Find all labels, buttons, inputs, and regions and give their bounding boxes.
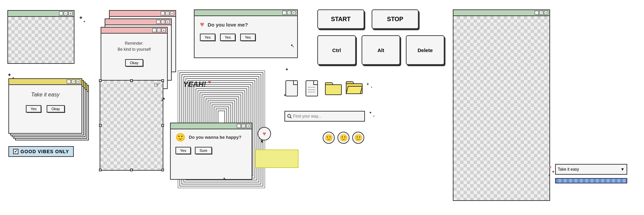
cursor-arrow-sure: ↖ (223, 176, 227, 181)
win-btn-close2[interactable]: × (166, 20, 170, 24)
win-btn-close[interactable]: × (68, 11, 72, 15)
win-btn-love-min[interactable]: _ (282, 11, 286, 15)
take-easy-dropdown[interactable]: Take it easy ▼ (555, 164, 627, 175)
take-easy-okay-btn[interactable]: Okay (47, 105, 65, 113)
smiley-1: 🙂 (323, 132, 335, 144)
svg-point-28 (288, 115, 291, 118)
key-delete[interactable]: Delete (406, 35, 444, 65)
win-btn-right-min[interactable]: _ (535, 11, 539, 15)
handle-bl[interactable] (99, 169, 102, 171)
take-easy-text: Take it easy (14, 92, 76, 98)
win-btn-max[interactable]: □ (165, 11, 169, 15)
win-btn-right-close[interactable]: × (544, 11, 548, 15)
take-easy-window: _ □ × Take it easy Yes Okay (8, 78, 82, 134)
checkbox-good-vibes[interactable]: ✓ (13, 149, 18, 154)
smiley-3: 🙂 (352, 132, 364, 144)
sparkle-dropdown-2: ✦ (548, 174, 550, 176)
handle-mr[interactable] (161, 124, 164, 127)
key-start-label: START (331, 16, 351, 23)
key-ctrl-label: Ctrl (332, 47, 341, 53)
sparkle-files-3: ✦ (366, 82, 369, 86)
win-btn-minimize[interactable]: _ (59, 11, 63, 15)
sparkle-center-1: ✦ (285, 67, 288, 72)
selection-checker-content (100, 81, 163, 170)
love-question: Do you love me? (208, 22, 248, 28)
dropdown-arrow-icon: ▼ (621, 167, 625, 172)
sparkle-dropdown-1: ✦ (552, 170, 554, 174)
win-btn-maximize[interactable]: □ (64, 11, 68, 15)
good-vibes-checkbox-container: ✓ GOOD VIBES ONLY (8, 146, 74, 157)
win-btn-happy-min[interactable]: _ (237, 124, 241, 128)
file-blank-icon (285, 80, 300, 99)
take-easy-yes-btn[interactable]: Yes (26, 105, 41, 113)
handle-tr[interactable] (161, 79, 164, 82)
tl-take-easy: _ □ × (9, 79, 82, 85)
smiley-icon-happy: 🙂 (175, 133, 185, 142)
reminder-line2: Be kind to yourself (107, 46, 162, 52)
titlebar-love: _ □ × (195, 10, 297, 16)
reminder-okay-button[interactable]: Okay (125, 59, 143, 67)
heart-icon-love: ♥ (200, 20, 204, 29)
win-btn-max3[interactable]: □ (157, 28, 161, 32)
win-btn-right-max[interactable]: □ (539, 11, 543, 15)
checker-window-topleft: _ □ × (7, 10, 74, 64)
like-bubble: ♥ (258, 127, 271, 140)
love-btn-yes2[interactable]: Yes (220, 34, 235, 41)
search-bar[interactable] (284, 111, 365, 122)
dropdown-value: Take it easy (558, 167, 579, 172)
handle-tm[interactable] (130, 79, 133, 82)
svg-rect-26 (325, 85, 341, 95)
happy-content: 🙂 Do you wanna be happy? Yes Sure (171, 129, 252, 158)
key-stop[interactable]: STOP (372, 9, 419, 29)
win-btn-min3[interactable]: _ (152, 28, 156, 32)
love-btn-yes3[interactable]: Yes (240, 34, 256, 41)
love-window: _ □ × ♥ Do you love me? Yes Yes Yes (194, 9, 298, 58)
svg-line-29 (290, 117, 292, 119)
win-btn-happy-close[interactable]: × (246, 124, 250, 128)
key-ctrl[interactable]: Ctrl (317, 35, 356, 65)
love-content: ♥ Do you love me? Yes Yes Yes (195, 16, 297, 45)
svg-rect-22 (306, 81, 318, 96)
win-btn-close[interactable]: × (170, 11, 174, 15)
key-stop-label: STOP (387, 16, 404, 23)
titlebar-happy: _ □ × (171, 123, 252, 129)
win-btn-love-max[interactable]: □ (287, 11, 291, 15)
checker-window-right: _ □ × (453, 9, 550, 201)
key-delete-label: Delete (418, 47, 433, 53)
win-btn-happy-max[interactable]: □ (241, 124, 246, 128)
titlebar-green: _ □ × (8, 11, 74, 17)
sparkle-2: ✦ (83, 20, 86, 23)
titlebar-pink-back2: _ □ × (110, 11, 175, 17)
cursor-arrow-select: ↖ (160, 96, 165, 103)
win-btn-min[interactable]: _ (161, 11, 165, 15)
happy-btn-sure[interactable]: Sure (195, 147, 212, 154)
happy-btn-yes[interactable]: Yes (175, 147, 191, 154)
win-btn-min2[interactable]: _ (156, 20, 160, 24)
win-btn-close3[interactable]: × (162, 28, 166, 32)
happy-window: _ □ × 🙂 Do you wanna be happy? Yes Sure (170, 123, 252, 180)
sparkle-search-2: ✦ (373, 115, 375, 117)
yeah-text: YEAH! (183, 80, 206, 89)
key-alt[interactable]: Alt (362, 35, 400, 65)
folder-closed-icon (325, 80, 342, 97)
win-btn-love-close[interactable]: × (292, 11, 296, 15)
bubble-tail (260, 140, 263, 143)
selection-box (100, 80, 163, 171)
sparkle-search-1: ✦ (369, 111, 372, 115)
heart-icon-bubble: ♥ (263, 130, 266, 137)
file-lined-icon (305, 80, 320, 99)
handle-bm[interactable] (130, 169, 133, 171)
handle-ml[interactable] (99, 124, 102, 127)
smiley-group: 🙂 🙂 🙂 (323, 132, 364, 144)
key-start[interactable]: START (317, 9, 364, 29)
happy-question: Do you wanna be happy? (189, 135, 241, 140)
love-btn-yes1[interactable]: Yes (200, 34, 215, 41)
sparkle-left-1: ✦ (7, 72, 11, 78)
search-input[interactable] (293, 114, 354, 119)
sparkle-1: ✦ (79, 15, 83, 20)
titlebar-pink-front: _ □ × (101, 28, 167, 34)
win-btn-max2[interactable]: □ (161, 20, 165, 24)
sparkle-files-4: ✦ (371, 86, 372, 88)
handle-tl[interactable] (99, 79, 102, 82)
handle-br[interactable] (161, 169, 164, 171)
